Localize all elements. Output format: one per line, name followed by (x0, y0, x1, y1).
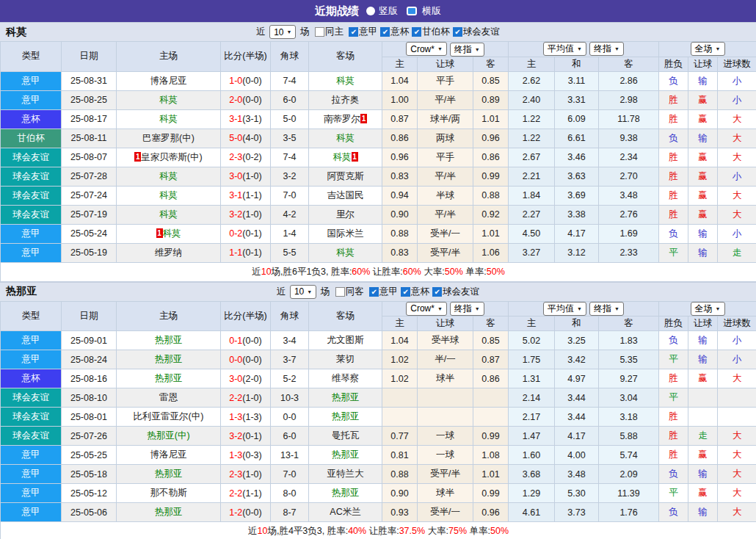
odds-home: 0.83 (382, 167, 418, 186)
bookmaker-select[interactable]: Crow*▼ (406, 42, 447, 56)
home-team: 维罗纳 (117, 243, 221, 262)
odds-away (473, 388, 509, 408)
avg-away: 5.88 (599, 427, 659, 446)
games-count-select[interactable]: 10▼ (269, 25, 296, 39)
index-type-select-2[interactable]: 终指▼ (589, 42, 624, 56)
match-date: 25-05-25 (62, 446, 117, 465)
avg-away: 2.09 (599, 465, 659, 484)
match-date: 25-08-17 (62, 109, 117, 129)
corner-score: 5-5 (271, 243, 309, 262)
home-team: 博洛尼亚 (117, 446, 221, 465)
avg-draw: 5.30 (555, 484, 599, 503)
sub-col-header: 让球 (418, 316, 473, 331)
result-handicap: 赢 (688, 186, 718, 205)
avg-draw: 3.42 (555, 350, 599, 369)
home-team: 比利亚雷亚尔(中) (117, 408, 221, 427)
avg-draw: 6.09 (555, 109, 599, 129)
avg-home: 4.50 (509, 224, 555, 243)
type-badge: 球会友谊 (1, 408, 62, 427)
match-date: 25-08-16 (62, 369, 117, 388)
odds-home: 0.87 (382, 109, 418, 129)
avg-away: 11.39 (599, 484, 659, 503)
result-goals: 小 (718, 71, 756, 90)
odds-home: 1.04 (382, 331, 418, 350)
avg-away: 1.69 (599, 224, 659, 243)
games-count-select[interactable]: 10▼ (290, 285, 316, 299)
score: 2-2(1-1) (221, 484, 271, 503)
avg-home: 3.68 (509, 465, 555, 484)
league-checkbox-球会友谊[interactable]: ✔球会友谊 (450, 26, 500, 38)
fulltime-group-header: 全场▼ (659, 301, 756, 316)
result-handicap: 输 (688, 243, 718, 262)
result-goals: 小 (718, 331, 756, 350)
result-goals: 大 (718, 109, 756, 129)
type-badge: 意甲 (1, 446, 62, 465)
handicap: 受半/一 (418, 224, 473, 243)
match-date: 25-08-24 (62, 350, 117, 369)
table-row: 意甲 25-05-25 博洛尼亚 1-3(0-3) 13-1 热那亚 0.81 … (1, 446, 756, 465)
unchecked-checkbox-icon (335, 287, 345, 297)
result-winlose: 胜 (659, 205, 688, 224)
match-date: 25-07-24 (62, 186, 117, 205)
league-checkbox-甘伯杯[interactable]: ✔甘伯杯 (409, 26, 450, 38)
score: 3-2(1-0) (221, 205, 271, 224)
col-score: 比分(半场) (221, 301, 271, 331)
odds-away: 0.85 (473, 331, 509, 350)
average-group-header: 平均值▼终指▼ (509, 301, 659, 316)
result-handicap: 走 (688, 427, 718, 446)
result-goals: 小 (718, 167, 756, 186)
type-badge: 意杯 (1, 109, 62, 129)
home-team: 那不勒斯 (117, 484, 221, 503)
result-winlose: 胜 (659, 446, 688, 465)
result-goals: 大 (718, 148, 756, 167)
away-team: 热那亚 (309, 388, 382, 408)
radio-vertical[interactable]: 竖版 (366, 4, 398, 18)
avg-draw: 3.25 (555, 331, 599, 350)
table-row: 意甲 25-09-01 热那亚 0-1(0-0) 3-4 尤文图斯 1.04 受… (1, 331, 756, 350)
avg-home: 1.22 (509, 109, 555, 129)
radio-horizontal[interactable]: 横版 (405, 4, 441, 18)
table-row: 意甲 25-08-24 热那亚 0-0(0-0) 3-7 莱切 1.02 半/一… (1, 350, 756, 369)
league-checkbox-球会友谊[interactable]: ✔球会友谊 (429, 286, 479, 298)
result-handicap: 输 (688, 331, 718, 350)
average-select[interactable]: 平均值▼ (543, 42, 586, 56)
scope-select[interactable]: 全场▼ (691, 302, 725, 316)
same-venue-checkbox[interactable]: 同客 (332, 286, 364, 298)
same-venue-checkbox[interactable]: 同主 (312, 26, 344, 38)
result-handicap: 输 (688, 71, 718, 90)
corner-score: 4-2 (271, 205, 309, 224)
handicap: 平/半 (418, 90, 473, 109)
avg-draw: 3.31 (555, 90, 599, 109)
result-winlose: 胜 (659, 167, 688, 186)
league-checkbox-意杯[interactable]: ✔意杯 (377, 26, 409, 38)
bookmaker-select[interactable]: Crow*▼ (406, 302, 447, 316)
checked-checkbox-icon: ✔ (453, 27, 462, 37)
summary-row: 近10场,胜4平3负3, 胜率:40% 让胜率:37.5% 大率:75% 单率:… (1, 522, 756, 539)
scope-select[interactable]: 全场▼ (691, 42, 725, 56)
index-type-select[interactable]: 终指▼ (450, 302, 484, 316)
league-checkbox-意杯[interactable]: ✔意杯 (398, 286, 429, 298)
chevron-down-icon: ▼ (475, 306, 480, 311)
league-checkbox-意甲[interactable]: ✔意甲 (366, 286, 398, 298)
avg-away: 9.38 (599, 129, 659, 148)
match-date: 25-08-10 (62, 388, 117, 408)
chevron-down-icon: ▼ (437, 46, 443, 51)
average-select[interactable]: 平均值▼ (543, 302, 586, 316)
handicap: 两球 (418, 129, 473, 148)
home-team: 热那亚 (117, 465, 221, 484)
league-checkbox-意甲[interactable]: ✔意甲 (346, 26, 377, 38)
handicap: 受平/半 (418, 243, 473, 262)
match-date: 25-08-07 (62, 148, 117, 167)
score: 0-2(0-1) (221, 224, 271, 243)
index-type-select[interactable]: 终指▼ (450, 43, 484, 57)
fulltime-group-header: 全场▼ (659, 42, 756, 57)
odds-home: 0.93 (382, 503, 418, 522)
type-badge: 意甲 (1, 71, 62, 90)
avg-away: 2.86 (599, 71, 659, 90)
type-badge: 球会友谊 (1, 205, 62, 224)
odds-home: 1.04 (382, 71, 418, 90)
result-winlose: 负 (659, 224, 688, 243)
handicap: 平/半 (418, 167, 473, 186)
index-type-select-2[interactable]: 终指▼ (589, 302, 624, 316)
team-bar: 科莫 近 10▼ 场 同主 ✔意甲✔意杯✔甘伯杯✔球会友谊 (0, 22, 756, 41)
